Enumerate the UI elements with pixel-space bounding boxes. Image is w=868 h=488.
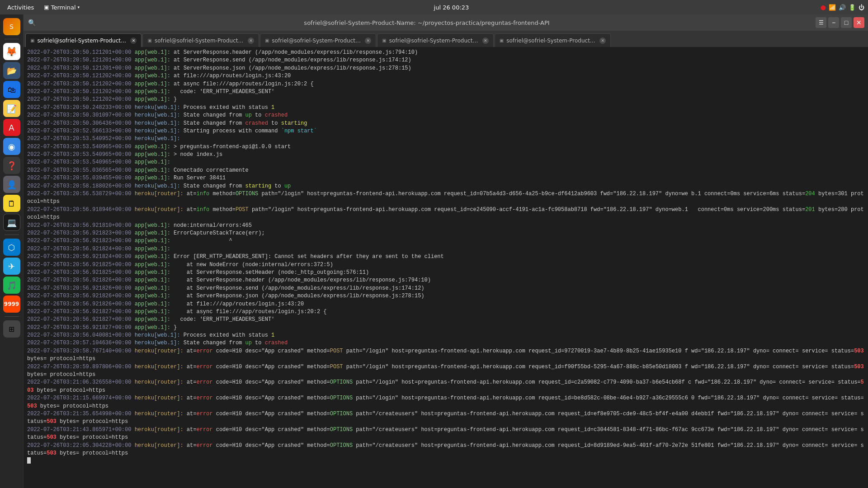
terminal-line: 2022-07-26T03:20:57.104636+00:00 heroku[… xyxy=(27,339,864,347)
tab4-close[interactable]: ✕ xyxy=(482,38,489,44)
terminal-line: 2022-07-26T03:20:58.188026+00:00 heroku[… xyxy=(27,183,864,190)
terminal-line: 2022-07-26T03:20:56.921825+00:00 app[web… xyxy=(27,261,864,269)
audio-icon: 🔊 xyxy=(839,4,846,11)
terminal-line: 2022-07-26T03:20:56.921824+00:00 app[web… xyxy=(27,245,864,253)
terminal-window: 🔍 sofriel@sofriel-System-Product-Name: ~… xyxy=(24,14,868,488)
tab5-term-icon: ▣ xyxy=(500,38,504,43)
tab-3[interactable]: ▣ sofriel@sofriel-System-Product-Name: ~… xyxy=(260,33,376,47)
terminal-line: 2022-07-26T03:20:50.121202+00:00 app[web… xyxy=(27,80,864,88)
numbers-badge-icon[interactable]: 9999 xyxy=(3,296,20,313)
tab-1[interactable]: ▣ sofriel@sofriel-System-Product-Name: ~… xyxy=(25,33,142,47)
red-circle-icon: ● xyxy=(821,4,826,11)
terminal-line: 2022-07-26T03:21:35.654998+00:00 heroku[… xyxy=(27,410,864,426)
redapp-icon[interactable]: A xyxy=(3,119,20,136)
terminal-line: 2022-07-26T03:20:56.921810+00:00 app[web… xyxy=(27,222,864,230)
maximize-button[interactable]: □ xyxy=(841,17,852,28)
terminal-line: 2022-07-26T03:20:50.306436+00:00 heroku[… xyxy=(27,120,864,127)
terminal-line: 2022-07-26T03:21:43.865971+00:00 heroku[… xyxy=(27,426,864,442)
tab3-term-icon: ▣ xyxy=(265,38,269,43)
apps-grid-icon[interactable]: ⊞ xyxy=(3,320,20,338)
tab3-close[interactable]: ✕ xyxy=(365,38,371,44)
terminal-line: 2022-07-26T03:20:50.121201+00:00 app[web… xyxy=(27,56,864,64)
tab1-term-icon: ▣ xyxy=(30,38,34,43)
tab2-term-icon: ▣ xyxy=(147,38,151,43)
tab4-term-icon: ▣ xyxy=(382,38,386,43)
terminal-line: 2022-07-26T03:20:56.921826+00:00 app[web… xyxy=(27,300,864,308)
menu-button[interactable]: ☰ xyxy=(816,17,826,28)
writenotes-icon[interactable]: 🗒 xyxy=(3,195,20,212)
terminal-line: 2022-07-26T03:20:56.921827+00:00 app[web… xyxy=(27,324,864,332)
tab5-close[interactable]: ✕ xyxy=(599,38,606,44)
terminal-line: 2022-07-26T03:20:50.301097+00:00 heroku[… xyxy=(27,112,864,119)
terminal-line: 2022-07-26T03:20:55.036565+00:00 app[web… xyxy=(27,167,864,174)
tab3-label: sofriel@sofriel-System-Product-Name: ~/.… xyxy=(272,38,362,44)
tab1-close[interactable]: ✕ xyxy=(130,38,137,44)
topbar: Activities ▣ Terminal ▾ jul 26 00:23 ● 📶… xyxy=(0,0,868,14)
greenapp-icon[interactable]: 🎵 xyxy=(3,277,20,294)
vscode-icon[interactable]: ⬡ xyxy=(3,239,20,256)
terminal-menu-button[interactable]: ▣ Terminal ▾ xyxy=(41,4,82,11)
terminal-line: 2022-07-26T03:20:53.540965+00:00 app[web… xyxy=(27,151,864,159)
topbar-right: ● 📶 🔊 🔋 ⏻ xyxy=(821,4,864,11)
battery-icon: 🔋 xyxy=(849,4,856,11)
terminal-line: 2022-07-26T03:20:56.921824+00:00 app[web… xyxy=(27,253,864,261)
terminal-line: 2022-07-26T03:20:55.039455+00:00 app[web… xyxy=(27,174,864,182)
terminal-line: 2022-07-26T03:20:56.921825+00:00 app[web… xyxy=(27,269,864,277)
network-icon: 📶 xyxy=(829,4,836,11)
tabs-bar: ▣ sofriel@sofriel-System-Product-Name: ~… xyxy=(24,31,868,47)
system-tray: ● 📶 🔊 🔋 ⏻ xyxy=(821,4,864,11)
minimize-button[interactable]: − xyxy=(828,17,839,28)
dock-separator-3 xyxy=(5,316,19,317)
terminal-line: 2022-07-26T03:20:53.540965+00:00 app[web… xyxy=(27,143,864,151)
texteditor-icon[interactable]: 📝 xyxy=(3,100,20,117)
dock-avatar[interactable]: S xyxy=(3,18,20,35)
terminal-line: 2022-07-26T03:20:56.921823+00:00 app[web… xyxy=(27,230,864,237)
terminal-line: 2022-07-26T03:20:56.538729+00:00 heroku[… xyxy=(27,190,864,206)
terminal-line: 2022-07-26T03:20:56.921827+00:00 app[web… xyxy=(27,316,864,324)
terminal-line: 2022-07-26T03:20:59.897806+00:00 heroku[… xyxy=(27,363,864,379)
terminal-line: 2022-07-26T03:20:52.566133+00:00 heroku[… xyxy=(27,127,864,135)
terminal-line: 2022-07-26T03:20:56.040081+00:00 heroku[… xyxy=(27,332,864,339)
terminal-line: 2022-07-26T03:20:53.540965+00:00 app[web… xyxy=(27,159,864,166)
terminal-line: 2022-07-26T03:20:56.921826+00:00 app[web… xyxy=(27,285,864,292)
tab4-label: sofriel@sofriel-System-Product-Name: ~/.… xyxy=(389,38,480,44)
power-icon[interactable]: ⏻ xyxy=(859,4,864,11)
activities-button[interactable]: Activities xyxy=(4,4,38,11)
dock-separator-2 xyxy=(5,235,19,235)
tab-4[interactable]: ▣ sofriel@sofriel-System-Product-Name: ~… xyxy=(377,33,493,47)
search-button[interactable]: 🔍 xyxy=(27,18,36,27)
terminal-cursor-line xyxy=(27,457,864,464)
store-icon[interactable]: 🛍 xyxy=(3,81,20,98)
terminal-line: 2022-07-26T03:20:56.921826+00:00 app[web… xyxy=(27,292,864,300)
terminal-dock-icon[interactable]: 💻 xyxy=(3,214,20,231)
terminal-titlebar: 🔍 sofriel@sofriel-System-Product-Name: ~… xyxy=(24,14,868,31)
terminal-line: 2022-07-26T03:20:56.921827+00:00 app[web… xyxy=(27,308,864,316)
close-button[interactable]: ✕ xyxy=(854,17,864,28)
dock-separator-1 xyxy=(5,39,19,39)
files-icon[interactable]: 📂 xyxy=(3,62,20,79)
person-icon[interactable]: 👤 xyxy=(3,176,20,193)
tab2-close[interactable]: ✕ xyxy=(248,38,254,44)
tab5-label: sofriel@sofriel-System-Product-Name: ~/.… xyxy=(506,38,597,44)
tab2-label: sofriel@sofriel-System-Product-Name: ~/.… xyxy=(155,38,245,44)
terminal-line: 2022-07-26T03:20:50.121202+00:00 app[web… xyxy=(27,88,864,96)
terminal-line: 2022-07-26T03:20:50.121201+00:00 app[web… xyxy=(27,49,864,56)
tab-2[interactable]: ▣ sofriel@sofriel-System-Product-Name: ~… xyxy=(142,33,259,47)
firefox-icon[interactable]: 🦊 xyxy=(3,43,20,60)
telegram-icon[interactable]: ✈ xyxy=(3,258,20,275)
terminal-output[interactable]: 2022-07-26T03:20:50.121201+00:00 app[web… xyxy=(24,47,868,488)
terminal-line: 2022-07-26T03:20:50.121202+00:00 app[web… xyxy=(27,96,864,103)
chevron-down-icon: ▾ xyxy=(78,5,80,9)
terminal-line: 2022-07-26T03:20:53.540952+00:00 heroku[… xyxy=(27,135,864,143)
tab-5[interactable]: ▣ sofriel@sofriel-System-Product-Name: ~… xyxy=(495,33,611,47)
terminal-line: 2022-07-26T03:20:50.248233+00:00 heroku[… xyxy=(27,104,864,112)
terminal-line: 2022-07-26T03:20:56.918946+00:00 heroku[… xyxy=(27,206,864,222)
help-icon[interactable]: ❓ xyxy=(3,157,20,174)
blueapp-icon[interactable]: ◉ xyxy=(3,138,20,155)
terminal-line: 2022-07-26T03:20:50.121201+00:00 app[web… xyxy=(27,65,864,72)
application-dock: S 🦊 📂 🛍 📝 A ◉ ❓ 👤 🗒 💻 ⬡ ✈ 🎵 9999 ⊞ xyxy=(0,14,24,488)
terminal-line: 2022-07-26T03:21:15.669974+00:00 heroku[… xyxy=(27,394,864,410)
window-controls: ☰ − □ ✕ xyxy=(816,17,864,28)
topbar-left: Activities ▣ Terminal ▾ xyxy=(4,4,82,11)
terminal-line: 2022-07-26T03:20:56.921823+00:00 app[web… xyxy=(27,237,864,245)
